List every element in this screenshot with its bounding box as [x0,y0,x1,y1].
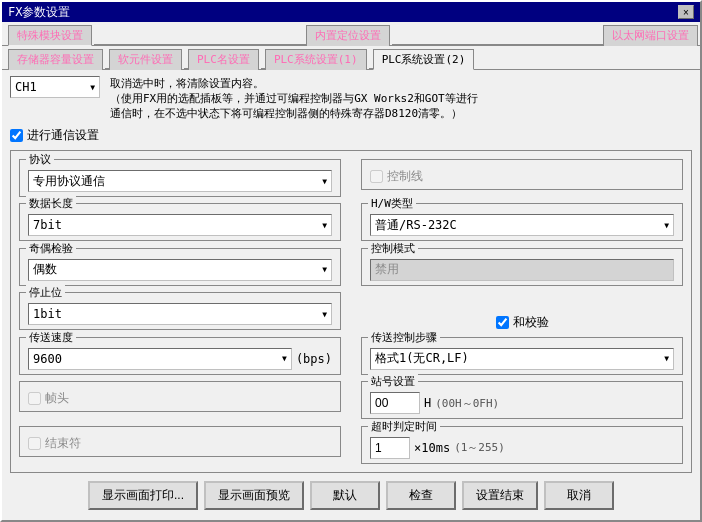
tab-soft-element[interactable]: 软元件设置 [109,49,182,70]
protocol-dropdown[interactable]: 专用协议通信 ▼ [28,170,332,192]
send-control-dropdown[interactable]: 格式1(无CR,LF) ▼ [370,348,674,370]
tab-special-module[interactable]: 特殊模块设置 [8,25,92,46]
tab-plc-sys2[interactable]: PLC系统设置(2) [373,49,475,70]
parity-box: 奇偶检验 偶数 ▼ [19,248,341,286]
title-bar: FX参数设置 × [2,2,700,22]
send-control-arrow-icon: ▼ [664,354,669,363]
notice-text: 取消选中时，将清除设置内容。 （使用FX用的选配插板等，并通过可编程控制器与GX… [110,76,478,121]
comm-setting-label: 进行通信设置 [27,127,99,144]
close-button[interactable]: × [678,5,694,19]
timeout-label: 超时判定时间 [368,419,440,434]
tabs-row1: 特殊模块设置 内置定位设置 以太网端口设置 [2,22,700,46]
baud-rate-label: 传送速度 [26,330,76,345]
baud-rate-arrow-icon: ▼ [282,354,287,363]
control-line-checkbox-row: 控制线 [370,168,674,185]
print-button[interactable]: 显示画面打印... [88,481,198,510]
parity-arrow-icon: ▼ [322,265,327,274]
data-length-group: 数据长度 7bit ▼ [19,203,341,241]
header-box: 帧头 [19,381,341,412]
header-checkbox[interactable] [28,392,41,405]
parity-dropdown[interactable]: 偶数 ▼ [28,259,332,281]
data-length-box: 数据长度 7bit ▼ [19,203,341,241]
window-title: FX参数设置 [8,4,70,21]
baud-rate-group: 传送速度 9600 ▼ (bps) [19,337,341,375]
end-code-group: 结束符 [19,426,341,464]
preview-button[interactable]: 显示画面预览 [204,481,304,510]
baud-rate-unit: (bps) [296,352,332,366]
tab-plc-name[interactable]: PLC名设置 [188,49,259,70]
parity-label: 奇偶检验 [26,241,76,256]
end-code-label: 结束符 [45,435,81,452]
content-area: CH1 ▼ 取消选中时，将清除设置内容。 （使用FX用的选配插板等，并通过可编程… [2,70,700,520]
protocol-label: 协议 [26,152,54,167]
timeout-unit: ×10ms [414,441,450,455]
control-line-checkbox[interactable] [370,170,383,183]
main-window: FX参数设置 × 特殊模块设置 内置定位设置 以太网端口设置 存储器容量设置 软… [0,0,702,522]
tab-internal-position[interactable]: 内置定位设置 [306,25,390,46]
end-code-checkbox[interactable] [28,437,41,450]
sum-check-checkbox[interactable] [496,316,509,329]
protocol-arrow-icon: ▼ [322,177,327,186]
station-label: 站号设置 [368,374,418,389]
timeout-range: (1～255) [454,440,505,455]
station-unit: H [424,396,431,410]
stop-bit-arrow-icon: ▼ [322,310,327,319]
tab-ethernet[interactable]: 以太网端口设置 [603,25,698,46]
data-length-dropdown[interactable]: 7bit ▼ [28,214,332,236]
send-control-label: 传送控制步骤 [368,330,440,345]
control-mode-group: 控制模式 禁用 [361,248,683,286]
channel-selector: CH1 ▼ [10,76,100,98]
data-length-arrow-icon: ▼ [322,221,327,230]
finish-button[interactable]: 设置结束 [462,481,538,510]
protocol-group: 协议 专用协议通信 ▼ [19,159,341,197]
timeout-input[interactable] [370,437,410,459]
send-control-group: 传送控制步骤 格式1(无CR,LF) ▼ [361,337,683,375]
comm-setting-checkbox[interactable] [10,129,23,142]
channel-dropdown[interactable]: CH1 ▼ [10,76,100,98]
timeout-box: 超时判定时间 ×10ms (1～255) [361,426,683,464]
hw-type-label: H/W类型 [368,196,416,211]
header-group: 帧头 [19,381,341,419]
control-mode-box: 控制模式 禁用 [361,248,683,286]
stop-bit-group: 停止位 1bit ▼ [19,292,341,330]
comm-setting-row: 进行通信设置 [10,127,692,144]
baud-rate-box: 传送速度 9600 ▼ (bps) [19,337,341,375]
hw-type-group: H/W类型 普通/RS-232C ▼ [361,203,683,241]
tab-plc-sys1[interactable]: PLC系统设置(1) [265,49,367,70]
stop-bit-dropdown[interactable]: 1bit ▼ [28,303,332,325]
default-button[interactable]: 默认 [310,481,380,510]
check-button[interactable]: 检查 [386,481,456,510]
main-panel: 协议 专用协议通信 ▼ 控制线 数 [10,150,692,473]
data-length-label: 数据长度 [26,196,76,211]
control-mode-dropdown[interactable]: 禁用 [370,259,674,281]
hw-type-arrow-icon: ▼ [664,221,669,230]
control-line-box: 控制线 [361,159,683,190]
tab-memory[interactable]: 存储器容量设置 [8,49,103,70]
protocol-box: 协议 专用协议通信 ▼ [19,159,341,197]
channel-arrow-icon: ▼ [90,83,95,92]
station-input[interactable] [370,392,420,414]
control-line-group: 控制线 [361,159,683,197]
header-checkbox-row: 帧头 [28,390,332,407]
end-code-checkbox-row: 结束符 [28,435,332,452]
sum-check-label: 和校验 [513,314,549,331]
control-line-label: 控制线 [387,168,423,185]
sum-check-row: 和校验 [496,314,549,331]
parity-group: 奇偶检验 偶数 ▼ [19,248,341,286]
header-label: 帧头 [45,390,69,407]
control-mode-label: 控制模式 [368,241,418,256]
station-range: (00H～0FH) [435,396,499,411]
end-code-box: 结束符 [19,426,341,457]
station-group: 站号设置 H (00H～0FH) [361,381,683,419]
sum-check-group: 和校验 [361,292,683,330]
hw-type-dropdown[interactable]: 普通/RS-232C ▼ [370,214,674,236]
cancel-button[interactable]: 取消 [544,481,614,510]
timeout-group: 超时判定时间 ×10ms (1～255) [361,426,683,464]
top-bar: CH1 ▼ 取消选中时，将清除设置内容。 （使用FX用的选配插板等，并通过可编程… [10,76,692,121]
hw-type-box: H/W类型 普通/RS-232C ▼ [361,203,683,241]
stop-bit-box: 停止位 1bit ▼ [19,292,341,330]
bottom-buttons: 显示画面打印... 显示画面预览 默认 检查 设置结束 取消 [10,473,692,514]
baud-rate-dropdown[interactable]: 9600 ▼ [28,348,292,370]
tabs-row2: 存储器容量设置 软元件设置 PLC名设置 PLC系统设置(1) PLC系统设置(… [2,46,700,70]
stop-bit-label: 停止位 [26,285,65,300]
